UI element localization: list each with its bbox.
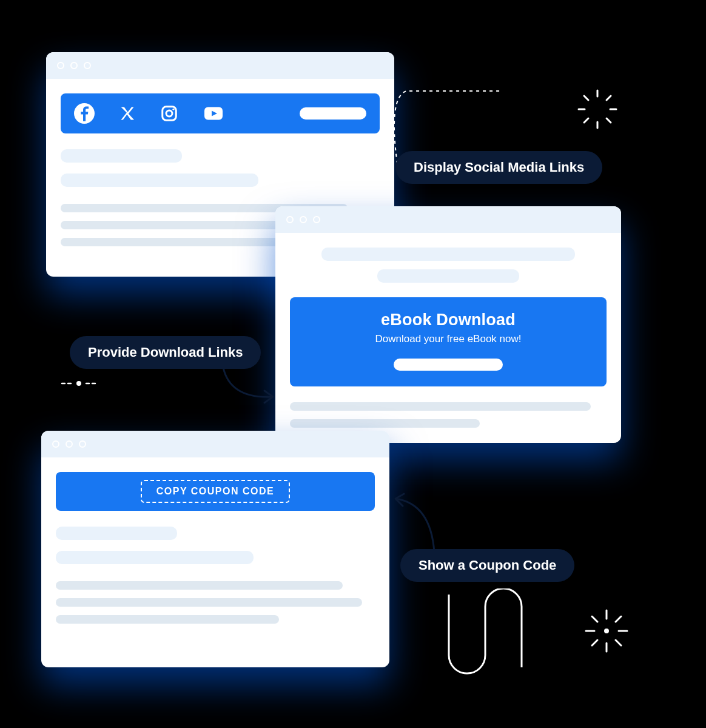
- ebook-banner: eBook Download Download your free eBook …: [290, 297, 607, 386]
- sparkle-decoration: [582, 607, 631, 655]
- label-text: Provide Download Links: [88, 345, 243, 360]
- coupon-bar: COPY COUPON CODE: [56, 472, 375, 511]
- svg-line-9: [584, 96, 588, 100]
- ebook-download-button[interactable]: [394, 359, 503, 371]
- ebook-title: eBook Download: [302, 311, 594, 329]
- youtube-icon[interactable]: [203, 103, 224, 124]
- svg-point-13: [76, 381, 81, 386]
- social-bar-action-pill[interactable]: [300, 107, 366, 120]
- sparkle-decoration-small: [61, 371, 97, 396]
- svg-point-3: [172, 109, 174, 110]
- titlebar: [41, 431, 389, 457]
- svg-point-16: [604, 629, 609, 633]
- label-coupon-code: Show a Coupon Code: [400, 549, 574, 582]
- svg-line-24: [592, 640, 597, 645]
- ebook-subtitle: Download your free eBook now!: [302, 333, 594, 345]
- titlebar: [46, 52, 394, 79]
- loops-decoration: [431, 588, 564, 692]
- svg-line-23: [616, 616, 621, 622]
- svg-line-22: [616, 640, 621, 645]
- copy-coupon-button[interactable]: COPY COUPON CODE: [141, 480, 290, 503]
- svg-point-2: [166, 110, 172, 116]
- label-text: Show a Coupon Code: [419, 558, 556, 573]
- label-text: Display Social Media Links: [414, 160, 584, 175]
- svg-line-12: [584, 118, 588, 123]
- svg-line-21: [592, 616, 597, 622]
- x-twitter-icon[interactable]: [119, 105, 136, 122]
- sparkle-decoration: [576, 88, 619, 130]
- browser-card-coupon: COPY COUPON CODE: [41, 431, 389, 667]
- coupon-button-label: COPY COUPON CODE: [156, 486, 274, 496]
- social-links-bar: [61, 93, 380, 133]
- instagram-icon[interactable]: [160, 104, 178, 123]
- facebook-icon[interactable]: [74, 103, 95, 124]
- titlebar: [275, 206, 621, 233]
- svg-line-10: [607, 118, 611, 123]
- svg-line-11: [607, 96, 611, 100]
- browser-card-ebook: eBook Download Download your free eBook …: [275, 206, 621, 443]
- label-download-links: Provide Download Links: [70, 336, 261, 369]
- label-social-media: Display Social Media Links: [395, 151, 602, 184]
